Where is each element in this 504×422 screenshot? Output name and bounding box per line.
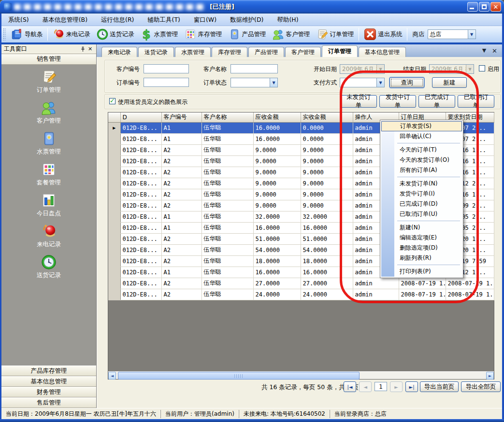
cell-customer-name[interactable]: 伍华聪 xyxy=(202,278,253,289)
row-selector[interactable] xyxy=(108,178,120,189)
sidebar-item-delivery-log[interactable]: 送货记录 xyxy=(37,254,61,280)
row-selector[interactable]: ▶ xyxy=(108,122,120,133)
document-tab[interactable]: 产品管理 xyxy=(248,47,284,57)
export-current-page-button[interactable]: 导出当前页 xyxy=(420,381,459,392)
document-tab[interactable]: 客户管理 xyxy=(285,47,321,57)
cell-received[interactable]: 9.0000 xyxy=(301,189,353,200)
cell-required-date[interactable]: 2008-07-19 1... xyxy=(446,278,494,289)
context-menu-item[interactable] xyxy=(381,141,462,145)
cell-customer-code[interactable]: A2 xyxy=(161,167,202,178)
context-menu-item[interactable]: 订单发货(S) xyxy=(381,121,462,131)
context-menu-item[interactable] xyxy=(381,219,462,223)
context-menu-item[interactable]: 所有的订单(A) xyxy=(381,165,462,175)
cell-received[interactable]: 9.0000 xyxy=(301,200,353,211)
cell-customer-code[interactable]: A2 xyxy=(161,289,202,300)
prev-page-button[interactable]: ◄ xyxy=(359,381,372,392)
cell-id[interactable]: 012D-E8... xyxy=(120,133,161,144)
cell-received[interactable]: 18.0000 xyxy=(301,255,353,267)
menu-bar-item[interactable]: 系统(S) xyxy=(1,14,36,26)
sidebar-group-button[interactable]: 售后管理 xyxy=(1,397,96,408)
cell-customer-name[interactable]: 伍华聪 xyxy=(202,211,253,222)
cell-customer-name[interactable]: 伍华聪 xyxy=(202,289,253,300)
column-header[interactable]: 客户名称 xyxy=(202,113,253,122)
cell-received[interactable]: 24.0000 xyxy=(301,289,353,300)
menu-bar-item[interactable]: 基本信息管理(B) xyxy=(36,14,94,26)
document-tab[interactable]: 来电记录 xyxy=(101,47,137,57)
cell-operator[interactable]: admin xyxy=(353,289,399,300)
cell-id[interactable]: 012D-E8... xyxy=(120,144,161,155)
context-menu-item[interactable]: 发货中订单(I) xyxy=(381,189,462,199)
cell-received[interactable]: 16.0000 xyxy=(301,222,353,233)
cell-receivable[interactable]: 9.0000 xyxy=(253,189,301,200)
cell-receivable[interactable]: 9.0000 xyxy=(253,167,301,178)
toolbar-order-button[interactable]: 订单管理 xyxy=(313,27,357,42)
cell-id[interactable]: 012D-E8... xyxy=(120,167,161,178)
document-tab[interactable]: 水票管理 xyxy=(175,47,211,57)
maximize-button[interactable] xyxy=(479,2,490,12)
cell-receivable[interactable]: 27.0000 xyxy=(253,278,301,289)
row-selector[interactable] xyxy=(108,278,120,289)
horizontal-scrollbar[interactable]: ◄ ► xyxy=(108,371,494,379)
cell-received[interactable]: 32.0000 xyxy=(301,211,353,222)
row-selector[interactable] xyxy=(108,167,120,178)
sidebar-group-button[interactable]: 基本信息管理 xyxy=(1,376,96,387)
column-header[interactable]: D xyxy=(120,113,161,122)
toolbar-inventory-button[interactable]: 库存管理 xyxy=(181,27,225,42)
row-selector[interactable] xyxy=(108,267,120,278)
cell-received[interactable]: 9.0000 xyxy=(301,155,353,167)
cell-customer-name[interactable]: 伍华聪 xyxy=(202,155,253,167)
toolbar-exit-button[interactable]: 退出系统 xyxy=(360,27,405,42)
document-tab[interactable]: 基本信息管理 xyxy=(359,47,406,57)
menu-bar-item[interactable]: 窗口(W) xyxy=(187,14,223,26)
sidebar-group-button[interactable]: 产品库存管理 xyxy=(1,366,96,376)
document-tab[interactable]: 库存管理 xyxy=(212,47,247,57)
cell-customer-code[interactable]: A2 xyxy=(161,155,202,167)
menu-bar-item[interactable]: 运行信息(R) xyxy=(94,14,141,26)
row-selector[interactable] xyxy=(108,244,120,255)
cell-received[interactable]: 0.0000 xyxy=(301,133,353,144)
cell-received[interactable]: 16.0000 xyxy=(301,267,353,278)
cell-id[interactable]: 012D-E8... xyxy=(120,278,161,289)
cell-customer-code[interactable]: A1 xyxy=(161,211,202,222)
cell-customer-name[interactable]: 伍华聪 xyxy=(202,189,253,200)
status-filter-button[interactable]: 已完成订单 xyxy=(418,95,455,108)
table-row[interactable]: 012D-E8... A2 伍华聪 27.0000 27.0000 admin … xyxy=(108,278,494,289)
toolbar-nav-button[interactable]: 导航条 xyxy=(8,27,46,42)
row-selector[interactable] xyxy=(108,144,120,155)
context-menu-item[interactable]: 刷新列表(R) xyxy=(381,253,462,263)
context-menu-item[interactable]: 删除选定项(D) xyxy=(381,243,462,253)
cell-id[interactable]: 012D-E8... xyxy=(120,211,161,222)
cell-id[interactable]: 012D-E8... xyxy=(120,267,161,278)
toolbar-ticket-button[interactable]: 水票管理 xyxy=(137,27,181,42)
cell-receivable[interactable]: 9.0000 xyxy=(253,200,301,211)
cell-customer-code[interactable]: A2 xyxy=(161,144,202,155)
cell-customer-name[interactable]: 伍华聪 xyxy=(202,267,253,278)
row-selector[interactable] xyxy=(108,155,120,167)
cell-order-date[interactable]: 2008-07-19 1... xyxy=(399,289,446,300)
color-display-checkbox[interactable] xyxy=(109,98,115,104)
close-icon[interactable]: ✕ xyxy=(492,47,497,55)
sidebar-item-customers[interactable]: 客户管理 xyxy=(37,99,61,125)
cell-receivable[interactable]: 18.0000 xyxy=(253,255,301,267)
cell-id[interactable]: 012D-E8... xyxy=(120,178,161,189)
enable-checkbox[interactable] xyxy=(479,65,485,71)
status-filter-button[interactable]: 已取消订单 xyxy=(458,95,494,108)
cell-id[interactable]: 012D-E8... xyxy=(120,200,161,211)
cell-customer-name[interactable]: 伍华聪 xyxy=(202,200,253,211)
chevron-down-icon[interactable]: ▼ xyxy=(376,78,384,87)
context-menu-item[interactable]: 打印列表(P) xyxy=(381,267,462,277)
cell-received[interactable]: 51.0000 xyxy=(301,233,353,244)
cell-received[interactable]: 54.0000 xyxy=(301,244,353,255)
row-selector[interactable] xyxy=(108,200,120,211)
cell-receivable[interactable]: 16.0000 xyxy=(253,222,301,233)
cell-customer-code[interactable]: A1 xyxy=(161,222,202,233)
sidebar-item-call-log[interactable]: 来电记录 xyxy=(37,223,61,249)
toolbar-product-button[interactable]: 产品管理 xyxy=(225,27,269,42)
cell-customer-code[interactable]: A2 xyxy=(161,233,202,244)
page-number-input[interactable] xyxy=(374,382,387,391)
end-date-picker[interactable]: 2009年 6月 8日 ▼ xyxy=(429,64,474,74)
cell-receivable[interactable]: 9.0000 xyxy=(253,144,301,155)
cell-customer-name[interactable]: 伍华聪 xyxy=(202,222,253,233)
context-menu-item[interactable] xyxy=(381,175,462,179)
start-date-picker[interactable]: 2009年 6月 8日 ▼ xyxy=(340,64,385,74)
